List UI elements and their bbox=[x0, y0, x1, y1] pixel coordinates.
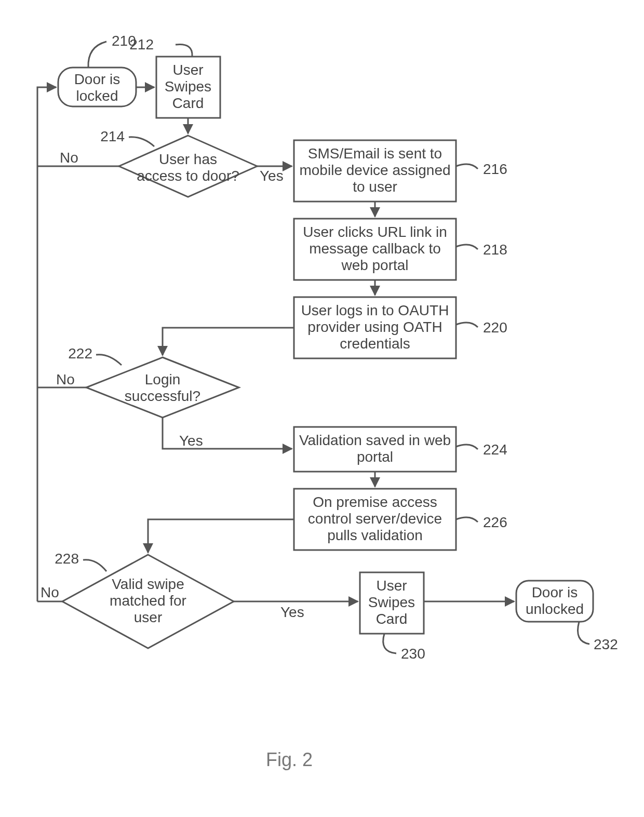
node-label: Swipes bbox=[165, 78, 211, 95]
node-label: matched for bbox=[110, 593, 186, 609]
node-label: access to door? bbox=[137, 168, 239, 184]
node-label: user bbox=[134, 609, 162, 625]
node-label: provider using OATH bbox=[307, 319, 442, 335]
node-user-clicks-url: User clicks URL link in message callback… bbox=[294, 219, 456, 280]
node-sms-email-sent: SMS/Email is sent to mobile device assig… bbox=[294, 140, 456, 202]
node-user-logs-in-oauth: User logs in to OAUTH provider using OAT… bbox=[294, 297, 456, 358]
ref-num: 218 bbox=[483, 242, 507, 258]
node-label: Door is bbox=[532, 584, 578, 600]
node-label: Door is bbox=[74, 71, 120, 87]
leader-line bbox=[578, 622, 590, 644]
node-valid-swipe-matched: Valid swipe matched for user bbox=[62, 555, 234, 648]
ref-num: 228 bbox=[55, 551, 79, 567]
node-label: Valid swipe bbox=[112, 576, 184, 592]
leader-line bbox=[129, 137, 154, 146]
node-label: pulls validation bbox=[327, 527, 423, 543]
node-label: message callback to bbox=[309, 240, 441, 257]
leader-line bbox=[456, 164, 478, 169]
leader-line bbox=[456, 323, 478, 327]
edge-label-yes: Yes bbox=[260, 168, 284, 184]
node-door-unlocked: Door is unlocked bbox=[516, 581, 593, 622]
leader-line bbox=[456, 517, 478, 522]
node-label: Swipes bbox=[368, 594, 415, 610]
node-label: unlocked bbox=[526, 601, 584, 617]
ref-num: 214 bbox=[100, 128, 125, 144]
node-label: User clicks URL link in bbox=[303, 224, 447, 240]
node-validation-saved: Validation saved in web portal bbox=[294, 427, 456, 472]
ref-num: 216 bbox=[483, 161, 507, 177]
ref-num: 222 bbox=[68, 345, 92, 361]
node-door-locked: Door is locked bbox=[58, 68, 136, 106]
edge-label-no: No bbox=[60, 150, 78, 166]
svg-marker-6 bbox=[86, 357, 239, 418]
node-label: credentials bbox=[340, 336, 410, 352]
figure-caption: Fig. 2 bbox=[266, 749, 313, 770]
leader-line bbox=[83, 560, 106, 571]
node-label: On premise access bbox=[313, 494, 437, 510]
leader-line bbox=[96, 355, 122, 365]
node-label: SMS/Email is sent to bbox=[308, 145, 442, 162]
node-label: web portal bbox=[341, 257, 408, 273]
node-label: portal bbox=[357, 449, 393, 465]
ref-num: 232 bbox=[594, 636, 618, 652]
ref-num: 224 bbox=[483, 441, 507, 458]
node-user-swipes-card-1: User Swipes Card bbox=[156, 57, 220, 118]
node-login-successful: Login successful? bbox=[86, 357, 239, 418]
leader-line bbox=[456, 445, 478, 449]
leader-line bbox=[88, 42, 106, 68]
ref-num: 212 bbox=[129, 36, 154, 52]
node-label: locked bbox=[76, 88, 118, 104]
node-label: to user bbox=[353, 179, 397, 195]
node-label: Validation saved in web bbox=[299, 432, 451, 448]
node-label: Login bbox=[145, 371, 181, 387]
node-label: User bbox=[376, 578, 407, 594]
node-label: User has bbox=[159, 151, 217, 167]
node-label: User logs in to OAUTH bbox=[301, 302, 449, 318]
node-user-has-access: User has access to door? bbox=[119, 136, 257, 197]
leader-line bbox=[176, 44, 192, 57]
leader-line bbox=[456, 245, 478, 249]
node-label: Card bbox=[376, 611, 408, 627]
node-user-swipes-card-2: User Swipes Card bbox=[360, 572, 424, 634]
arrow bbox=[148, 519, 294, 553]
ref-num: 230 bbox=[401, 646, 425, 662]
edge-label-no: No bbox=[56, 371, 75, 387]
edge-label-yes: Yes bbox=[280, 604, 304, 620]
flowchart-diagram: Door is locked 210 User Swipes Card 212 … bbox=[0, 0, 644, 817]
ref-num: 226 bbox=[483, 514, 507, 530]
node-label: mobile device assigned bbox=[299, 162, 450, 178]
node-on-premise-pulls-validation: On premise access control server/device … bbox=[294, 489, 456, 550]
arrow-return-rail bbox=[37, 87, 56, 601]
edge-label-no: No bbox=[41, 584, 59, 600]
ref-num: 220 bbox=[483, 319, 507, 336]
edge-label-yes: Yes bbox=[179, 433, 203, 449]
leader-line bbox=[383, 634, 396, 653]
node-label: Card bbox=[172, 95, 204, 111]
node-label: successful? bbox=[125, 388, 200, 404]
node-label: control server/device bbox=[308, 511, 442, 527]
arrow bbox=[163, 328, 294, 355]
node-label: User bbox=[172, 62, 203, 78]
